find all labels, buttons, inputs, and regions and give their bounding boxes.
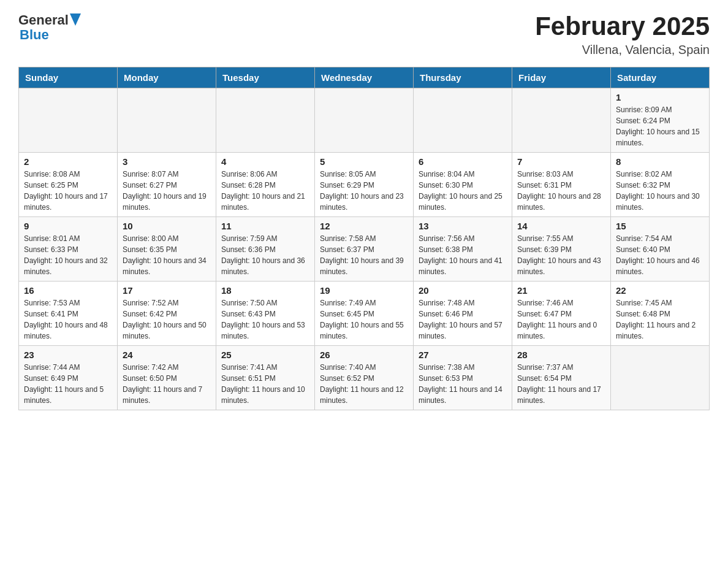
- day-info: Sunrise: 8:03 AMSunset: 6:31 PMDaylight:…: [517, 169, 605, 213]
- day-info: Sunrise: 8:08 AMSunset: 6:25 PMDaylight:…: [24, 169, 112, 213]
- day-number: 3: [123, 156, 211, 167]
- day-info: Sunrise: 7:48 AMSunset: 6:46 PMDaylight:…: [419, 297, 507, 342]
- day-info: Sunrise: 7:58 AMSunset: 6:37 PMDaylight:…: [320, 233, 408, 277]
- day-info: Sunrise: 7:50 AMSunset: 6:43 PMDaylight:…: [221, 297, 309, 342]
- calendar-week-row: 9Sunrise: 8:01 AMSunset: 6:33 PMDaylight…: [19, 217, 710, 282]
- day-info: Sunrise: 8:07 AMSunset: 6:27 PMDaylight:…: [123, 169, 211, 213]
- day-number: 28: [517, 350, 605, 360]
- day-info: Sunrise: 8:09 AMSunset: 6:24 PMDaylight:…: [616, 104, 704, 148]
- table-row: 21Sunrise: 7:46 AMSunset: 6:47 PMDayligh…: [512, 282, 611, 346]
- day-info: Sunrise: 7:46 AMSunset: 6:47 PMDaylight:…: [517, 297, 605, 342]
- table-row: 28Sunrise: 7:37 AMSunset: 6:54 PMDayligh…: [512, 346, 611, 410]
- calendar-week-row: 16Sunrise: 7:53 AMSunset: 6:41 PMDayligh…: [19, 282, 710, 346]
- day-number: 27: [419, 350, 507, 360]
- day-number: 4: [221, 156, 309, 167]
- table-row: [611, 346, 710, 410]
- day-info: Sunrise: 7:56 AMSunset: 6:38 PMDaylight:…: [419, 233, 507, 277]
- table-row: 4Sunrise: 8:06 AMSunset: 6:28 PMDaylight…: [216, 153, 315, 217]
- day-number: 13: [419, 221, 507, 231]
- table-row: 1Sunrise: 8:09 AMSunset: 6:24 PMDaylight…: [611, 88, 710, 153]
- month-title: February 2025: [535, 12, 710, 40]
- calendar-table: Sunday Monday Tuesday Wednesday Thursday…: [18, 67, 710, 410]
- table-row: 10Sunrise: 8:00 AMSunset: 6:35 PMDayligh…: [118, 217, 216, 282]
- day-number: 9: [24, 221, 112, 231]
- day-number: 15: [616, 221, 704, 231]
- col-thursday: Thursday: [414, 67, 512, 88]
- day-info: Sunrise: 7:44 AMSunset: 6:49 PMDaylight:…: [24, 362, 112, 406]
- col-monday: Monday: [118, 67, 216, 88]
- day-info: Sunrise: 7:38 AMSunset: 6:53 PMDaylight:…: [419, 362, 507, 406]
- table-row: 3Sunrise: 8:07 AMSunset: 6:27 PMDaylight…: [118, 153, 216, 217]
- day-number: 21: [517, 285, 605, 296]
- svg-marker-0: [70, 13, 81, 26]
- day-number: 20: [419, 285, 507, 296]
- table-row: 12Sunrise: 7:58 AMSunset: 6:37 PMDayligh…: [315, 217, 414, 282]
- table-row: 7Sunrise: 8:03 AMSunset: 6:31 PMDaylight…: [512, 153, 611, 217]
- table-row: 13Sunrise: 7:56 AMSunset: 6:38 PMDayligh…: [414, 217, 512, 282]
- day-number: 7: [517, 156, 605, 167]
- table-row: [315, 88, 414, 153]
- calendar-week-row: 23Sunrise: 7:44 AMSunset: 6:49 PMDayligh…: [19, 346, 710, 410]
- day-info: Sunrise: 8:05 AMSunset: 6:29 PMDaylight:…: [320, 169, 408, 213]
- col-wednesday: Wednesday: [315, 67, 414, 88]
- table-row: 18Sunrise: 7:50 AMSunset: 6:43 PMDayligh…: [216, 282, 315, 346]
- calendar-week-row: 2Sunrise: 8:08 AMSunset: 6:25 PMDaylight…: [19, 153, 710, 217]
- col-friday: Friday: [512, 67, 611, 88]
- table-row: 14Sunrise: 7:55 AMSunset: 6:39 PMDayligh…: [512, 217, 611, 282]
- logo-triangle-icon: [70, 13, 81, 26]
- table-row: [216, 88, 315, 153]
- table-row: 23Sunrise: 7:44 AMSunset: 6:49 PMDayligh…: [19, 346, 118, 410]
- day-number: 22: [616, 285, 704, 296]
- day-info: Sunrise: 7:41 AMSunset: 6:51 PMDaylight:…: [221, 362, 309, 406]
- day-number: 12: [320, 221, 408, 231]
- header-title-block: February 2025 Villena, Valencia, Spain: [535, 12, 710, 57]
- table-row: 11Sunrise: 7:59 AMSunset: 6:36 PMDayligh…: [216, 217, 315, 282]
- day-info: Sunrise: 8:02 AMSunset: 6:32 PMDaylight:…: [616, 169, 704, 213]
- col-saturday: Saturday: [611, 67, 710, 88]
- table-row: 26Sunrise: 7:40 AMSunset: 6:52 PMDayligh…: [315, 346, 414, 410]
- calendar-week-row: 1Sunrise: 8:09 AMSunset: 6:24 PMDaylight…: [19, 88, 710, 153]
- logo-blue-text: Blue: [20, 27, 49, 43]
- table-row: 19Sunrise: 7:49 AMSunset: 6:45 PMDayligh…: [315, 282, 414, 346]
- table-row: 24Sunrise: 7:42 AMSunset: 6:50 PMDayligh…: [118, 346, 216, 410]
- day-number: 2: [24, 156, 112, 167]
- table-row: 6Sunrise: 8:04 AMSunset: 6:30 PMDaylight…: [414, 153, 512, 217]
- day-number: 8: [616, 156, 704, 167]
- day-info: Sunrise: 8:06 AMSunset: 6:28 PMDaylight:…: [221, 169, 309, 213]
- day-info: Sunrise: 7:54 AMSunset: 6:40 PMDaylight:…: [616, 233, 704, 277]
- table-row: [414, 88, 512, 153]
- day-number: 26: [320, 350, 408, 360]
- table-row: 20Sunrise: 7:48 AMSunset: 6:46 PMDayligh…: [414, 282, 512, 346]
- table-row: 9Sunrise: 8:01 AMSunset: 6:33 PMDaylight…: [19, 217, 118, 282]
- day-number: 6: [419, 156, 507, 167]
- day-number: 19: [320, 285, 408, 296]
- day-number: 17: [123, 285, 211, 296]
- day-info: Sunrise: 7:52 AMSunset: 6:42 PMDaylight:…: [123, 297, 211, 342]
- day-number: 16: [24, 285, 112, 296]
- day-number: 11: [221, 221, 309, 231]
- col-tuesday: Tuesday: [216, 67, 315, 88]
- logo: General Blue: [18, 12, 81, 43]
- col-sunday: Sunday: [19, 67, 118, 88]
- table-row: [19, 88, 118, 153]
- table-row: 27Sunrise: 7:38 AMSunset: 6:53 PMDayligh…: [414, 346, 512, 410]
- table-row: [512, 88, 611, 153]
- day-number: 10: [123, 221, 211, 231]
- day-number: 24: [123, 350, 211, 360]
- day-number: 18: [221, 285, 309, 296]
- table-row: [118, 88, 216, 153]
- table-row: 8Sunrise: 8:02 AMSunset: 6:32 PMDaylight…: [611, 153, 710, 217]
- day-info: Sunrise: 7:45 AMSunset: 6:48 PMDaylight:…: [616, 297, 704, 342]
- day-info: Sunrise: 7:37 AMSunset: 6:54 PMDaylight:…: [517, 362, 605, 406]
- day-info: Sunrise: 7:42 AMSunset: 6:50 PMDaylight:…: [123, 362, 211, 406]
- day-info: Sunrise: 7:49 AMSunset: 6:45 PMDaylight:…: [320, 297, 408, 342]
- day-number: 14: [517, 221, 605, 231]
- table-row: 17Sunrise: 7:52 AMSunset: 6:42 PMDayligh…: [118, 282, 216, 346]
- location-subtitle: Villena, Valencia, Spain: [535, 43, 710, 57]
- day-info: Sunrise: 8:00 AMSunset: 6:35 PMDaylight:…: [123, 233, 211, 277]
- day-info: Sunrise: 8:01 AMSunset: 6:33 PMDaylight:…: [24, 233, 112, 277]
- table-row: 15Sunrise: 7:54 AMSunset: 6:40 PMDayligh…: [611, 217, 710, 282]
- day-number: 1: [616, 92, 704, 102]
- logo-general-text: General: [18, 12, 69, 28]
- day-info: Sunrise: 7:40 AMSunset: 6:52 PMDaylight:…: [320, 362, 408, 406]
